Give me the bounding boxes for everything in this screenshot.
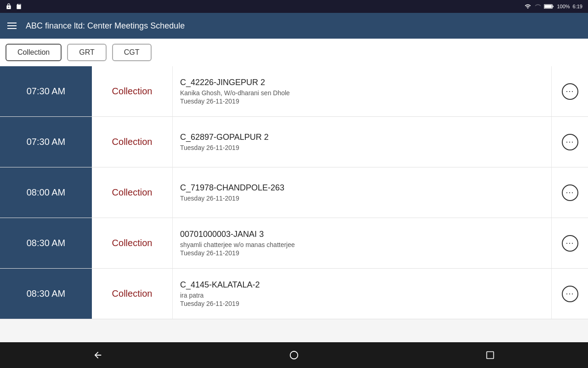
info-cell: 00701000003-JANAI 3 shyamli chatterjee w… (172, 218, 551, 268)
tab-collection[interactable]: Collection (6, 44, 62, 61)
info-title: C_4145-KALATALA-2 (180, 280, 544, 290)
info-subtitle: shyamli chatterjee w/o manas chatterjee (180, 241, 544, 248)
tab-grt[interactable]: GRT (67, 44, 106, 61)
content-area: 07:30 AM Collection C_42226-JINGEPUR 2 K… (0, 66, 588, 342)
time-cell: 08:30 AM (0, 269, 92, 319)
info-title: 00701000003-JANAI 3 (180, 230, 544, 239)
status-bar: 100% 6:19 (0, 0, 588, 13)
action-cell: ··· (551, 269, 588, 319)
info-subtitle: Kanika Ghosh, W/o-dharani sen Dhole (180, 89, 544, 97)
table-row: 08:30 AM Collection 00701000003-JANAI 3 … (0, 218, 588, 269)
svg-rect-1 (545, 5, 552, 8)
more-options-button[interactable]: ··· (562, 235, 578, 252)
info-cell: C_4145-KALATALA-2 ira patra Tuesday 26-1… (172, 269, 551, 319)
info-title: C_42226-JINGEPUR 2 (180, 78, 544, 87)
info-date: Tuesday 26-11-2019 (180, 195, 544, 202)
svg-point-2 (290, 351, 298, 359)
type-cell: Collection (92, 117, 172, 167)
sd-card-icon (16, 3, 22, 10)
action-cell: ··· (551, 66, 588, 116)
info-cell: C_62897-GOPALPUR 2 Tuesday 26-11-2019 (172, 117, 551, 167)
action-cell: ··· (551, 117, 588, 167)
action-cell: ··· (551, 218, 588, 268)
table-row: 08:00 AM Collection C_71978-CHANDPOLE-26… (0, 167, 588, 218)
app-bar: ABC finance ltd: Center Meetings Schedul… (0, 13, 588, 39)
more-options-button[interactable]: ··· (562, 286, 578, 302)
info-date: Tuesday 26-11-2019 (180, 98, 544, 105)
status-bar-right: 100% 6:19 (524, 3, 582, 10)
back-button[interactable] (84, 346, 112, 364)
signal-icon (535, 3, 541, 10)
info-title: C_62897-GOPALPUR 2 (180, 132, 544, 142)
table-row: 08:30 AM Collection C_4145-KALATALA-2 ir… (0, 269, 588, 319)
table-row: 07:30 AM Collection C_42226-JINGEPUR 2 K… (0, 66, 588, 117)
info-cell: C_71978-CHANDPOLE-263 Tuesday 26-11-2019 (172, 167, 551, 218)
time-cell: 08:00 AM (0, 167, 92, 218)
info-subtitle: ira patra (180, 292, 544, 299)
bottom-nav (0, 342, 588, 368)
hamburger-menu[interactable] (7, 23, 17, 29)
info-date: Tuesday 26-11-2019 (180, 144, 544, 151)
battery-percent: 100% (557, 4, 570, 9)
tab-bar: Collection GRT CGT (0, 39, 588, 66)
battery-icon (544, 4, 554, 9)
time-cell: 07:30 AM (0, 66, 92, 116)
more-options-button[interactable]: ··· (562, 83, 578, 100)
svg-rect-3 (486, 352, 493, 359)
recents-button[interactable] (476, 346, 504, 364)
type-cell: Collection (92, 218, 172, 268)
info-cell: C_42226-JINGEPUR 2 Kanika Ghosh, W/o-dha… (172, 66, 551, 116)
action-cell: ··· (551, 167, 588, 218)
table-row: 07:30 AM Collection C_62897-GOPALPUR 2 T… (0, 117, 588, 167)
more-options-button[interactable]: ··· (562, 134, 578, 150)
app-title: ABC finance ltd: Center Meetings Schedul… (26, 21, 185, 31)
info-date: Tuesday 26-11-2019 (180, 249, 544, 257)
home-button[interactable] (280, 346, 308, 364)
lock-icon (6, 3, 12, 10)
clock-time: 6:19 (573, 4, 582, 9)
time-cell: 07:30 AM (0, 117, 92, 167)
type-cell: Collection (92, 269, 172, 319)
status-bar-left (6, 3, 22, 10)
type-cell: Collection (92, 66, 172, 116)
time-cell: 08:30 AM (0, 218, 92, 268)
info-date: Tuesday 26-11-2019 (180, 300, 544, 307)
info-title: C_71978-CHANDPOLE-263 (180, 183, 544, 193)
wifi-icon (524, 3, 532, 10)
tab-cgt[interactable]: CGT (112, 44, 152, 61)
type-cell: Collection (92, 167, 172, 218)
more-options-button[interactable]: ··· (562, 184, 578, 201)
